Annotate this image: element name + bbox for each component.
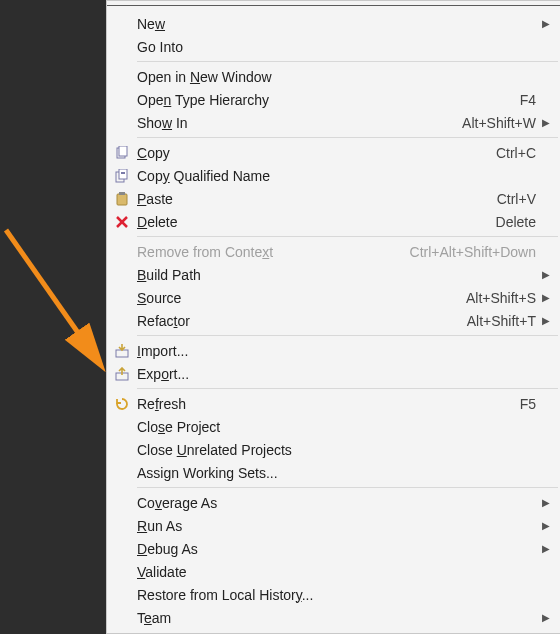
menu-item-label: Open in New Window	[137, 69, 536, 85]
blank-icon	[111, 115, 133, 131]
context-menu: New▶Go IntoOpen in New WindowOpen Type H…	[106, 0, 560, 634]
blank-icon	[111, 518, 133, 534]
menu-item-run-as[interactable]: Run As▶	[107, 514, 560, 537]
submenu-arrow-icon: ▶	[540, 497, 550, 508]
blank-icon	[111, 267, 133, 283]
menu-item-shortcut: Ctrl+V	[497, 191, 536, 207]
blank-icon	[111, 244, 133, 260]
menu-item-close-project[interactable]: Close Project	[107, 415, 560, 438]
menu-item-shortcut: Ctrl+Alt+Shift+Down	[410, 244, 536, 260]
menu-separator	[137, 236, 558, 237]
blank-icon	[111, 39, 133, 55]
menu-item-label: Go Into	[137, 39, 536, 55]
menu-separator	[137, 61, 558, 62]
svg-rect-6	[117, 194, 127, 205]
blank-icon	[111, 610, 133, 626]
menu-item-paste[interactable]: PasteCtrl+V	[107, 187, 560, 210]
paste-icon	[111, 191, 133, 207]
menu-item-delete[interactable]: DeleteDelete	[107, 210, 560, 233]
menu-separator	[137, 137, 558, 138]
submenu-arrow-icon: ▶	[540, 543, 550, 554]
submenu-arrow-icon: ▶	[540, 269, 550, 280]
blank-icon	[111, 495, 133, 511]
submenu-arrow-icon: ▶	[540, 315, 550, 326]
svg-line-0	[6, 230, 100, 364]
menu-item-close-unrelated[interactable]: Close Unrelated Projects	[107, 438, 560, 461]
menu-item-shortcut: F4	[520, 92, 536, 108]
svg-rect-2	[119, 146, 127, 156]
menu-item-label: Validate	[137, 564, 536, 580]
blank-icon	[111, 92, 133, 108]
blank-icon	[111, 587, 133, 603]
submenu-arrow-icon: ▶	[540, 612, 550, 623]
submenu-arrow-icon: ▶	[540, 520, 550, 531]
menu-item-label: Source	[137, 290, 454, 306]
menu-item-new[interactable]: New▶	[107, 12, 560, 35]
menu-item-label: Open Type Hierarchy	[137, 92, 508, 108]
copy-qualified-icon	[111, 168, 133, 184]
menu-item-go-into[interactable]: Go Into	[107, 35, 560, 58]
menu-item-debug-as[interactable]: Debug As▶	[107, 537, 560, 560]
delete-icon	[111, 214, 133, 230]
menu-item-assign-ws[interactable]: Assign Working Sets...	[107, 461, 560, 484]
menu-item-open-type-hier[interactable]: Open Type HierarchyF4	[107, 88, 560, 111]
menu-item-label: Run As	[137, 518, 536, 534]
menu-item-remove-context: Remove from ContextCtrl+Alt+Shift+Down	[107, 240, 560, 263]
menu-item-shortcut: Alt+Shift+W	[462, 115, 536, 131]
blank-icon	[111, 290, 133, 306]
menu-item-label: Close Unrelated Projects	[137, 442, 536, 458]
import-icon	[111, 343, 133, 359]
menu-item-team[interactable]: Team▶	[107, 606, 560, 629]
menu-item-label: Copy	[137, 145, 484, 161]
submenu-arrow-icon: ▶	[540, 292, 550, 303]
menu-item-refactor[interactable]: RefactorAlt+Shift+T▶	[107, 309, 560, 332]
menu-item-label: New	[137, 16, 536, 32]
menu-item-restore-history[interactable]: Restore from Local History...	[107, 583, 560, 606]
blank-icon	[111, 419, 133, 435]
menu-item-refresh[interactable]: RefreshF5	[107, 392, 560, 415]
copy-icon	[111, 145, 133, 161]
menu-item-label: Refresh	[137, 396, 508, 412]
menu-item-label: Show In	[137, 115, 450, 131]
menu-item-label: Remove from Context	[137, 244, 398, 260]
menu-item-label: Import...	[137, 343, 536, 359]
menu-item-shortcut: Ctrl+C	[496, 145, 536, 161]
menu-item-label: Build Path	[137, 267, 536, 283]
submenu-arrow-icon: ▶	[540, 18, 550, 29]
menu-item-label: Restore from Local History...	[137, 587, 536, 603]
menu-item-label: Assign Working Sets...	[137, 465, 536, 481]
menu-item-shortcut: F5	[520, 396, 536, 412]
blank-icon	[111, 541, 133, 557]
menu-item-source[interactable]: SourceAlt+Shift+S▶	[107, 286, 560, 309]
menu-item-export[interactable]: Export...	[107, 362, 560, 385]
menu-item-validate[interactable]: Validate	[107, 560, 560, 583]
menu-item-shortcut: Alt+Shift+S	[466, 290, 536, 306]
svg-rect-7	[119, 192, 125, 195]
menu-item-copy[interactable]: CopyCtrl+C	[107, 141, 560, 164]
refresh-icon	[111, 396, 133, 412]
menu-item-shortcut: Delete	[496, 214, 536, 230]
menu-item-shortcut: Alt+Shift+T	[467, 313, 536, 329]
menu-item-import[interactable]: Import...	[107, 339, 560, 362]
menu-item-label: Export...	[137, 366, 536, 382]
menu-item-label: Close Project	[137, 419, 536, 435]
blank-icon	[111, 69, 133, 85]
menu-item-label: Refactor	[137, 313, 455, 329]
blank-icon	[111, 16, 133, 32]
blank-icon	[111, 465, 133, 481]
svg-rect-5	[121, 172, 125, 174]
menu-item-label: Team	[137, 610, 536, 626]
menu-item-label: Coverage As	[137, 495, 536, 511]
menu-separator	[137, 335, 558, 336]
submenu-arrow-icon: ▶	[540, 117, 550, 128]
blank-icon	[111, 564, 133, 580]
menu-item-label: Debug As	[137, 541, 536, 557]
menu-item-show-in[interactable]: Show InAlt+Shift+W▶	[107, 111, 560, 134]
menu-item-open-new-window[interactable]: Open in New Window	[107, 65, 560, 88]
export-icon	[111, 366, 133, 382]
menu-item-build-path[interactable]: Build Path▶	[107, 263, 560, 286]
menu-item-copy-qualified[interactable]: Copy Qualified Name	[107, 164, 560, 187]
menu-separator	[137, 388, 558, 389]
menu-item-label: Copy Qualified Name	[137, 168, 536, 184]
menu-item-coverage-as[interactable]: Coverage As▶	[107, 491, 560, 514]
